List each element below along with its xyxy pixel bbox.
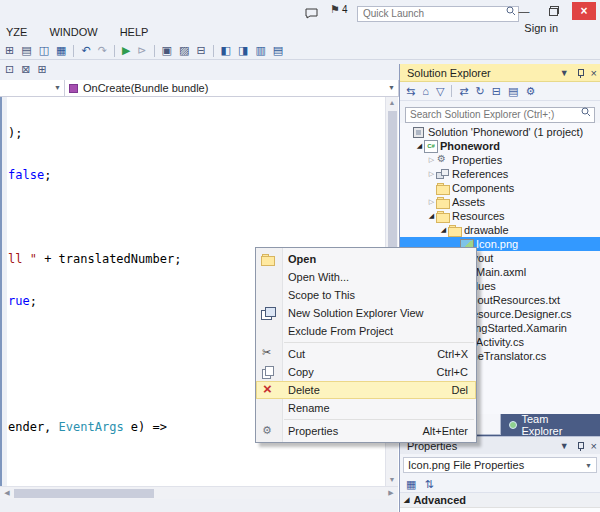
restore-button[interactable] [542,2,566,20]
chevron-collapsed-icon[interactable]: ▷ [427,195,436,209]
quick-launch-box[interactable] [357,3,519,19]
tree-item-phoneword-project[interactable]: ◢Phoneword [400,139,600,153]
chevron-down-icon: ▼ [388,84,395,91]
alphabetical-sort-icon[interactable]: ⇅ [424,479,433,490]
member-dropdown[interactable]: OnCreate(Bundle bundle) ▼ [65,80,399,96]
new-file-icon[interactable]: ⊞ [5,45,14,56]
properties-icon[interactable]: ⚙ [525,86,535,97]
find-icon[interactable]: ▣ [162,45,172,56]
menu-item-open-with[interactable]: Open With... [256,268,476,286]
close-icon[interactable]: × [591,440,597,452]
properties-object-name: Icon.png File Properties [408,459,524,471]
chevron-expanded-icon[interactable]: ◢ [415,139,424,153]
menu-item-copy[interactable]: CopyCtrl+C [256,363,476,381]
show-all-files-icon[interactable]: ▤ [508,86,518,97]
close-button[interactable]: × [572,2,596,20]
menu-item-delete[interactable]: DeleteDel [256,381,476,399]
tree-item-resources[interactable]: ◢Resources [400,209,600,223]
start-debug-icon[interactable]: ▶ [122,45,130,56]
open-file-icon[interactable]: ▤ [21,45,31,56]
menu-item-open[interactable]: Open [256,250,476,268]
properties-object-dropdown[interactable]: Icon.png File Properties ▼ [403,457,597,473]
display-quick-info-icon[interactable]: ⊡ [5,64,14,75]
bookmark-next-icon[interactable]: ◨ [238,45,248,56]
properties-grid-area [400,508,600,512]
undo-icon[interactable]: ↶ [81,45,90,56]
menu-item-properties[interactable]: PropertiesAlt+Enter [256,422,476,440]
tree-item-components[interactable]: Components [400,181,600,195]
editor-navigation-bar: ▼ OnCreate(Bundle bundle) ▼ [0,80,399,97]
minimize-button[interactable]: — [512,2,536,20]
indent-icon[interactable]: ▥ [255,45,265,56]
horizontal-scrollbar[interactable]: ◀ ▶ [0,486,398,499]
chevron-expanded-icon[interactable]: ◢ [427,209,436,223]
collapse-all-icon[interactable]: ⊟ [492,86,501,97]
properties-category-advanced[interactable]: ◢ Advanced [400,493,600,508]
tree-item-references[interactable]: ▷References [400,167,600,181]
menu-item-new-solution-explorer-view[interactable]: New Solution Explorer View [256,304,476,322]
chevron-collapsed-icon[interactable]: ▷ [427,153,436,167]
solution-icon [412,126,425,138]
menu-window[interactable]: WINDOW [47,24,99,40]
tab-team-explorer[interactable]: Team Explorer [501,414,600,435]
scroll-left-icon[interactable]: ◀ [1,487,13,499]
feedback-icon[interactable] [305,5,318,23]
restore-icon [549,6,559,16]
menu-item-cut[interactable]: CutCtrl+X [256,345,476,363]
solution-explorer-search-input[interactable] [405,107,595,123]
type-dropdown[interactable]: ▼ [0,80,65,96]
sign-in-button[interactable]: Sign in [524,22,558,34]
tree-item-solution[interactable]: Solution 'Phoneword' (1 project) [400,125,600,139]
solution-explorer-title: Solution Explorer [407,67,491,79]
toggle-bookmark-icon[interactable]: ⊠ [21,64,30,75]
menu-item-scope-to-this[interactable]: Scope to This [256,286,476,304]
menu-item-exclude-from-project[interactable]: Exclude From Project [256,322,476,340]
menu-analyze[interactable]: YZE [4,24,29,40]
folder-icon [436,182,449,194]
notifications-flag-icon[interactable]: ⚑4 [330,3,347,16]
outdent-icon[interactable]: ▤ [273,45,283,56]
comment-icon[interactable]: ▨ [179,45,189,56]
scroll-up-icon[interactable]: ▲ [386,98,398,108]
delete-icon [261,384,274,396]
tree-item-drawable[interactable]: ◢drawable [400,223,600,237]
menu-item-rename[interactable]: Rename [256,399,476,417]
scroll-right-icon[interactable]: ▶ [385,487,397,499]
redo-icon[interactable]: ↷ [98,45,107,56]
sync-with-active-document-icon[interactable]: ⇄ [459,86,468,97]
search-icon [581,107,591,117]
solution-explorer-search-box[interactable] [405,104,595,120]
back-icon[interactable]: ⇆ [406,86,415,97]
notification-count: 4 [342,4,348,15]
categorized-icon[interactable]: ▦ [406,479,416,490]
window-position-icon[interactable]: ▼ [560,68,569,78]
solution-explorer-header[interactable]: Solution Explorer ▼ × [400,64,600,82]
list-members-icon[interactable]: ⊞ [37,64,46,75]
chevron-collapsed-icon[interactable]: ▷ [427,167,436,181]
window-position-icon[interactable]: ▼ [560,441,569,451]
uncomment-icon[interactable]: ⊟ [196,45,205,56]
tree-item-properties[interactable]: ▷Properties [400,153,600,167]
save-icon[interactable]: ◫ [39,45,49,56]
bookmark-prev-icon[interactable]: ◧ [221,45,231,56]
auto-hide-pin-icon[interactable] [576,68,584,79]
step-over-icon[interactable]: ⊳ [137,45,146,56]
chevron-expanded-icon[interactable]: ◢ [439,223,448,237]
tree-item-assets[interactable]: ▷Assets [400,195,600,209]
scroll-down-icon[interactable]: ▼ [386,475,398,485]
menu-separator [284,342,474,343]
member-dropdown-label: OnCreate(Bundle bundle) [83,82,208,94]
properties-icon [436,154,449,166]
auto-hide-pin-icon[interactable] [576,441,584,452]
save-all-icon[interactable]: ▦ [56,45,66,56]
standard-toolbar: ⊞ ▤ ◫ ▦ ↶ ↷ ▶ ⊳ ▣ ▨ ⊟ ◧ ◨ ▥ ▤ [0,42,600,60]
filter-icon[interactable]: ▽ [436,86,444,97]
refresh-icon[interactable]: ↻ [476,86,485,97]
horizontal-scrollbar-thumb[interactable] [14,489,154,498]
home-icon[interactable]: ⌂ [422,86,429,97]
menu-help[interactable]: HELP [118,24,151,40]
quick-launch-input[interactable] [357,6,519,22]
solution-explorer-toolbar: ⇆ ⌂ ▽ ⇄ ↻ ⊟ ▤ ⚙ [400,82,600,101]
wrench-icon [261,425,274,437]
close-icon[interactable]: × [591,67,597,79]
